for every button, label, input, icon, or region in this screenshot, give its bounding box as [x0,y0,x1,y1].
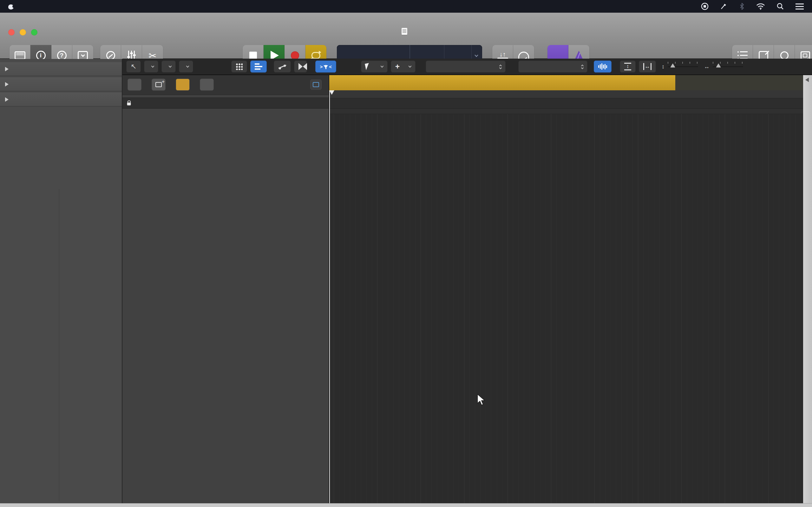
grid-icon [236,63,243,70]
view-menu-button[interactable] [179,60,193,72]
screen-record-icon[interactable] [701,3,709,10]
vertical-scrollbar[interactable] [803,75,812,503]
master-solo-button[interactable] [200,78,214,91]
punch-arrows-icon: ↓↑ [500,51,506,58]
macos-menu-bar [0,0,812,13]
duplicate-track-button[interactable] [152,78,165,91]
utility-icon[interactable] [720,3,728,10]
vertical-zoom-slider[interactable]: ↕ [662,63,698,70]
waveform-zoom-button[interactable] [594,60,612,72]
ruler-sub-band[interactable] [329,90,803,98]
cycle-icon [311,52,320,59]
edit-menu-button[interactable] [144,60,158,72]
catch-icon: >< [320,64,332,69]
arrange-area[interactable] [329,75,803,507]
window-toolbar: i ? ✂ [0,13,812,59]
automation-icon [278,64,287,69]
vertical-auto-zoom-button[interactable]: ↕ [620,60,636,72]
crosshair-tool-icon: + [395,63,400,70]
cycle-range[interactable] [329,75,675,90]
left-click-tool-menu[interactable] [361,60,388,72]
functions-menu-button[interactable] [161,60,176,72]
undo-arrow-icon: ↖ [131,62,136,71]
add-track-button[interactable] [128,78,142,91]
window-title-row [0,28,812,35]
dial-icon [106,51,115,60]
disclosure-triangle-icon[interactable] [5,97,9,102]
disclosure-triangle-icon[interactable] [5,67,9,71]
horizontal-zoom-slider[interactable]: ↔ [704,63,743,70]
regions-icon [255,63,262,70]
drag-select[interactable] [518,60,588,72]
horizontal-zoom-icon: ↔ [704,63,710,70]
bar-ruler[interactable] [329,75,803,90]
wifi-icon[interactable] [756,3,765,10]
horizontal-fit-icon: ↔ [643,63,652,70]
flex-button[interactable] [294,60,307,72]
lock-icon [127,102,131,105]
track-zoom-button[interactable] [310,79,322,90]
track-header-list [122,75,329,507]
document-proxy-icon[interactable] [402,28,407,35]
apple-menu-icon[interactable] [8,3,14,9]
horizontal-fit-button[interactable]: ↔ [639,60,656,72]
track-zoom-icon [313,82,319,87]
inspector-panel [0,59,122,503]
toolbar-chevron-icon [78,51,88,60]
regions-view-button[interactable] [250,60,267,72]
global-marker-track-header[interactable] [122,97,328,109]
groups-inspector-header[interactable] [0,77,122,91]
library-icon [14,51,26,60]
pointer-tool-icon [365,63,370,70]
bar-grid [329,114,803,503]
mouse-cursor [476,394,487,406]
playhead[interactable] [329,90,330,507]
waveform-icon [598,63,607,70]
track-list-header [122,75,328,95]
back-button[interactable]: ↖ [126,60,141,72]
vertical-fit-icon: ↕ [624,63,631,70]
control-center-icon[interactable] [796,3,804,10]
gauge-icon [518,52,529,59]
command-click-tool-menu[interactable]: + [391,60,415,72]
playhead-handle[interactable] [329,90,334,95]
automation-button[interactable] [274,60,291,72]
snap-select[interactable] [426,60,506,72]
catch-playhead-button[interactable]: >< [315,60,336,72]
bluetooth-icon[interactable] [739,3,745,10]
grid-view-button[interactable] [231,60,247,72]
stop-icon [249,52,257,59]
disclosure-triangle-icon[interactable] [5,82,9,87]
collapse-arrow-icon[interactable] [805,78,809,82]
horizontal-scrollbar[interactable] [0,503,812,507]
marker-track-lane[interactable] [329,98,803,109]
arrange-toolbar: ↖ >< + ↕ ↔ ↕ ↔ [122,59,812,75]
track-lanes[interactable] [329,114,803,503]
track-inspector-header[interactable] [0,93,122,107]
search-icon[interactable] [776,3,784,10]
duplicate-track-icon [155,82,162,87]
hide-tracks-button[interactable] [176,78,190,91]
vertical-zoom-icon: ↕ [662,63,664,70]
region-inspector-header[interactable] [0,62,122,76]
flex-icon [299,63,303,70]
